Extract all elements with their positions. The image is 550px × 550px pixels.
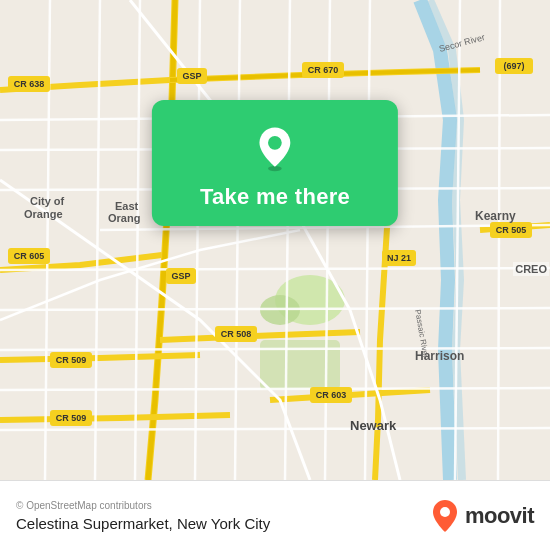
svg-text:CR 670: CR 670 — [308, 65, 339, 75]
location-pin-icon — [251, 124, 299, 172]
svg-text:CR 508: CR 508 — [221, 329, 252, 339]
svg-point-38 — [268, 136, 282, 150]
svg-rect-3 — [260, 340, 340, 390]
map-container: CR 638 GSP GSP CR 670 (697) NJ 21 CR 505… — [0, 0, 550, 480]
bottom-bar: © OpenStreetMap contributors Celestina S… — [0, 480, 550, 550]
svg-text:GSP: GSP — [171, 271, 190, 281]
location-title: Celestina Supermarket, New York City — [16, 515, 270, 532]
svg-text:East: East — [115, 200, 139, 212]
svg-text:CR 605: CR 605 — [14, 251, 45, 261]
attribution-text: © OpenStreetMap contributors — [16, 500, 270, 511]
bottom-left: © OpenStreetMap contributors Celestina S… — [16, 500, 270, 532]
svg-text:Orange: Orange — [24, 208, 63, 220]
svg-text:Newark: Newark — [350, 418, 397, 433]
svg-text:CR 638: CR 638 — [14, 79, 45, 89]
svg-text:(697): (697) — [503, 61, 524, 71]
svg-text:NJ 21: NJ 21 — [387, 253, 411, 263]
svg-point-39 — [440, 507, 450, 517]
svg-text:CR 509: CR 509 — [56, 413, 87, 423]
take-me-there-button[interactable]: Take me there — [200, 184, 350, 210]
svg-text:CR 603: CR 603 — [316, 390, 347, 400]
creo-label: CREO — [513, 262, 549, 276]
svg-text:City of: City of — [30, 195, 65, 207]
button-overlay: Take me there — [152, 100, 398, 226]
svg-text:CR 505: CR 505 — [496, 225, 527, 235]
moovit-text: moovit — [465, 503, 534, 529]
svg-text:Kearny: Kearny — [475, 209, 516, 223]
svg-text:CR 509: CR 509 — [56, 355, 87, 365]
moovit-logo: moovit — [431, 498, 534, 534]
moovit-pin-icon — [431, 498, 459, 534]
svg-text:GSP: GSP — [182, 71, 201, 81]
green-card: Take me there — [152, 100, 398, 226]
svg-text:Orang: Orang — [108, 212, 140, 224]
